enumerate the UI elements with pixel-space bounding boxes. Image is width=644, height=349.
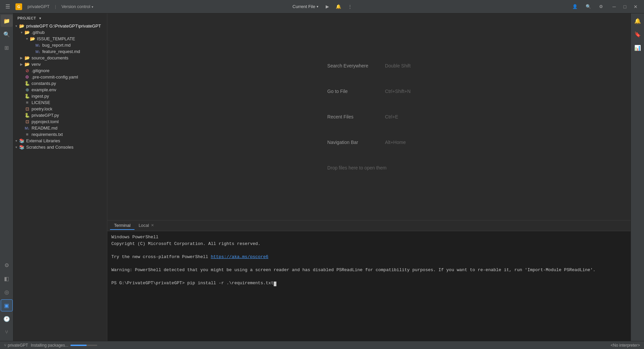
tree-arrow: ▶ <box>19 62 24 66</box>
minimize-button[interactable]: ─ <box>609 3 619 11</box>
main-layout: 📁 🔍 ⊞ ⚙ ◧ ◎ ▣ 🕐 ⑂ Project ▾ ▾📂privateGPT… <box>0 13 644 341</box>
run-button[interactable]: ▶ <box>324 3 331 10</box>
pscore-link[interactable]: https://aka.ms/pscore6 <box>211 254 268 259</box>
tree-item-readme[interactable]: M↓README.md <box>13 125 107 131</box>
terminal-content[interactable]: Windows PowerShell Copyright (C) Microso… <box>107 231 631 341</box>
hint-navbar: Navigation Bar Alt+Home <box>327 140 406 145</box>
local-tab-close[interactable]: ✕ <box>151 223 154 228</box>
tree-item-license[interactable]: ≡LICENSE <box>13 99 107 106</box>
title-bar-right: 👤 🔍 ⚙ ─ □ ✕ <box>354 3 641 11</box>
tree-file-icon: 📂 <box>30 36 36 41</box>
version-control-button[interactable]: Version control ▾ <box>59 3 95 10</box>
tree-file-icon: M↓ <box>35 50 41 54</box>
tree-item-label: venv <box>30 62 41 67</box>
global-search-button[interactable]: 🔍 <box>584 3 593 10</box>
tree-item-privateGPT_py[interactable]: 🐍privateGPT.py <box>13 112 107 118</box>
separator: | <box>55 4 56 9</box>
hint-goto-label: Go to File <box>327 89 381 94</box>
progress-bar <box>70 345 97 346</box>
history-activity-icon[interactable]: 🕐 <box>1 313 13 325</box>
notify-button[interactable]: 🔔 <box>334 3 343 10</box>
status-bar: ⑂ privateGPT Installing packages... <No … <box>0 341 644 349</box>
tree-item-github[interactable]: ▾📂.github <box>13 29 107 36</box>
tree-item-requirements[interactable]: ≡requirements.txt <box>13 131 107 138</box>
close-button[interactable]: ✕ <box>631 3 641 11</box>
hint-recent-label: Recent Files <box>327 114 381 119</box>
local-tab[interactable]: Local ✕ <box>135 221 158 230</box>
tree-item-label: privateGPT.py <box>30 113 59 118</box>
current-file-button[interactable]: Current File ▾ <box>290 3 321 10</box>
tree-item-gitignore[interactable]: ⊘.gitignore <box>13 67 107 74</box>
tree-item-label: ingest.py <box>30 94 49 99</box>
title-bar: ☰ G privateGPT | Version control ▾ Curre… <box>0 0 644 13</box>
tree-arrow: ▾ <box>24 37 30 41</box>
notifications-right-icon[interactable]: 🔔 <box>632 15 644 27</box>
right-bar: 🔔 🔖 📊 <box>631 13 644 341</box>
hint-recent: Recent Files Ctrl+E <box>327 114 398 119</box>
tree-arrow: ▾ <box>19 31 24 34</box>
tree-file-icon: ⚙ <box>24 74 30 80</box>
hint-search: Search Everywhere Double Shift <box>327 63 411 68</box>
tree-item-label: Scratches and Consoles <box>25 145 73 150</box>
terminal-area: Terminal Local ✕ Windows PowerShell Copy… <box>107 220 631 341</box>
term-line-2: Copyright (C) Microsoft Corporation. All… <box>111 241 627 247</box>
location-activity-icon[interactable]: ◎ <box>1 286 13 298</box>
tree-arrow: ▾ <box>13 139 19 143</box>
tree-item-scratches[interactable]: ▾📚Scratches and Consoles <box>13 144 107 150</box>
project-name-status[interactable]: ⑂ privateGPT <box>4 343 28 348</box>
tree-file-icon: 📂 <box>24 55 30 60</box>
maximize-button[interactable]: □ <box>620 3 630 11</box>
layers-activity-icon[interactable]: ◧ <box>1 272 13 285</box>
tree-file-icon: ⊘ <box>24 68 30 73</box>
profile-button[interactable]: 👤 <box>570 3 580 10</box>
chart-right-icon[interactable]: 📊 <box>632 42 644 54</box>
tree-item-label: constants.py <box>30 81 56 86</box>
terminal-tab[interactable]: Terminal <box>110 221 135 230</box>
global-settings-button[interactable]: ⚙ <box>597 3 605 10</box>
tree-item-label: .gitignore <box>30 68 49 73</box>
tree-item-issue_template[interactable]: ▾📂ISSUE_TEMPLATE <box>13 36 107 42</box>
tree-item-external_libs[interactable]: ▾📚External Libraries <box>13 138 107 144</box>
tree-item-pre_commit[interactable]: ⚙.pre-commit-config.yaml <box>13 74 107 80</box>
tree-item-feature_request[interactable]: M↓feature_request.md <box>13 48 107 55</box>
tree-item-source_documents[interactable]: ▶📂source_documents <box>13 55 107 61</box>
sidebar-arrow: ▾ <box>39 16 41 20</box>
tree-item-label: README.md <box>30 126 57 131</box>
find-activity-icon[interactable]: 🔍 <box>1 28 13 40</box>
tree-file-icon: 📚 <box>19 145 25 150</box>
plugin-activity-icon[interactable]: ⊞ <box>1 42 13 54</box>
tree-item-bug_report[interactable]: M↓bug_report.md <box>13 42 107 48</box>
bookmarks-right-icon[interactable]: 🔖 <box>632 28 644 40</box>
git-activity-icon[interactable]: ⑂ <box>1 326 13 338</box>
tree-file-icon: ⊡ <box>24 106 30 111</box>
tree-file-icon: 📂 <box>24 30 30 35</box>
window-controls: ─ □ ✕ <box>609 3 641 11</box>
file-tree: ▾📂privateGPT G:\PrivateGPT\privateGPT▾📂.… <box>13 23 107 341</box>
terminal-activity-icon[interactable]: ▣ <box>1 299 13 311</box>
tree-item-ingest[interactable]: 🐍ingest.py <box>13 93 107 99</box>
sidebar-header[interactable]: Project ▾ <box>13 13 107 23</box>
tree-file-icon: 🐍 <box>24 113 30 118</box>
tree-item-pyproject[interactable]: ⊡pyproject.toml <box>13 118 107 125</box>
tree-item-example_env[interactable]: ⊕example.env <box>13 87 107 93</box>
hamburger-button[interactable]: ☰ <box>3 3 12 10</box>
interpreter-status[interactable]: <No interpreter> <box>611 343 640 348</box>
terminal-tab-label: Terminal <box>114 223 130 228</box>
settings-activity-icon[interactable]: ⚙ <box>1 259 13 271</box>
term-blank-3 <box>111 273 627 280</box>
tree-file-icon: ≡ <box>24 100 30 105</box>
hint-search-label: Search Everywhere <box>327 63 381 68</box>
files-activity-icon[interactable]: 📁 <box>1 15 13 27</box>
hint-navbar-shortcut: Alt+Home <box>385 140 406 145</box>
tree-item-poetry_lock[interactable]: ⊡poetry.lock <box>13 106 107 112</box>
term-warning-line: Warning: PowerShell detected that you mi… <box>111 267 627 273</box>
app-name-button[interactable]: privateGPT <box>25 3 52 10</box>
tree-file-icon: ⊡ <box>24 119 30 124</box>
more-button[interactable]: ⋮ <box>346 3 354 10</box>
tree-file-icon: 📚 <box>19 138 25 143</box>
tree-item-constants[interactable]: 🐍constants.py <box>13 80 107 87</box>
tree-item-venv[interactable]: ▶📂venv <box>13 61 107 67</box>
tree-item-label: LICENSE <box>30 100 50 105</box>
tree-item-root[interactable]: ▾📂privateGPT G:\PrivateGPT\privateGPT <box>13 23 107 29</box>
tree-item-label: bug_report.md <box>41 43 71 48</box>
